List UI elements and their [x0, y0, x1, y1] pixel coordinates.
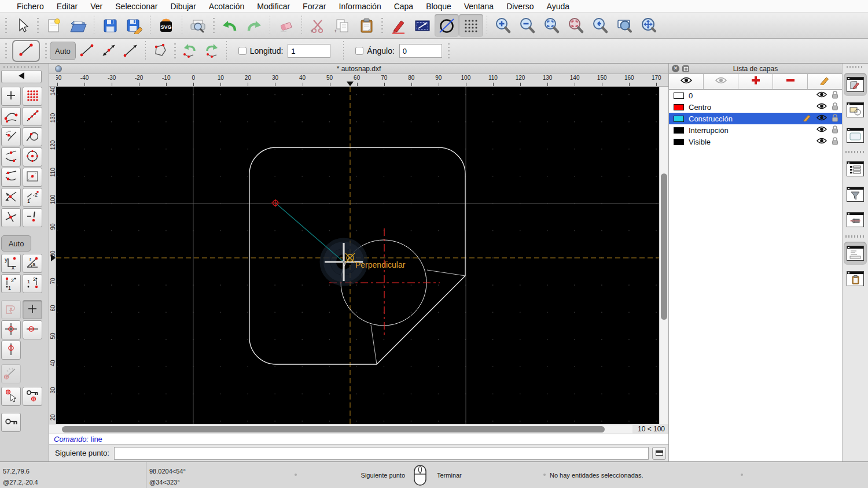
eye-icon[interactable]: [816, 102, 827, 112]
show-all-layers-button[interactable]: [669, 74, 704, 89]
hide-all-layers-button[interactable]: [704, 74, 738, 89]
close-icon[interactable]: ✕: [672, 65, 679, 72]
restrict-horizontal-button[interactable]: [23, 320, 42, 339]
toolbar-grip[interactable]: [448, 43, 450, 58]
lock-icon[interactable]: [832, 125, 838, 135]
menu-diverso[interactable]: Diverso: [500, 2, 540, 11]
lock-icon[interactable]: [832, 102, 838, 112]
layers-panel-titlebar[interactable]: ✕ Lista de capas: [669, 64, 842, 74]
current-tool-line-button[interactable]: [12, 40, 40, 62]
toggle-block-list-button[interactable]: [844, 98, 867, 121]
dock-grip[interactable]: [847, 66, 864, 68]
layer-row-0[interactable]: 0: [669, 90, 842, 101]
angle-restriction-button[interactable]: [1, 364, 21, 383]
toggle-script-shell-button[interactable]: [844, 208, 867, 231]
snap-intersection-manual-button[interactable]: 12: [23, 188, 42, 207]
menu-fichero[interactable]: Fichero: [10, 2, 50, 11]
new-drawing-button[interactable]: [42, 14, 66, 37]
toggle-property-editor-button[interactable]: [844, 157, 867, 180]
paste-button[interactable]: [354, 14, 378, 37]
command-input[interactable]: [114, 447, 649, 460]
snap-tangential-button[interactable]: [23, 127, 42, 146]
zoom-in-button[interactable]: [491, 14, 515, 37]
menu-informacion[interactable]: Información: [333, 2, 388, 11]
drawing-window-titlebar[interactable]: * autosnap.dxf: [49, 64, 668, 74]
toggle-command-line-button[interactable]: [844, 242, 867, 265]
zoom-selection-button[interactable]: [564, 14, 588, 37]
menu-ayuda[interactable]: Ayuda: [540, 2, 576, 11]
restrict-vertical-button[interactable]: [1, 341, 21, 360]
polyline-button[interactable]: [149, 40, 171, 61]
snap-middle-button[interactable]: [1, 147, 21, 167]
relative-cartesian-button[interactable]: 21: [1, 274, 21, 293]
menu-ventana[interactable]: Ventana: [458, 2, 500, 11]
toolbar-grip[interactable]: [381, 18, 383, 33]
toolbar-grip[interactable]: [213, 18, 215, 33]
menu-forzar[interactable]: Forzar: [296, 2, 332, 11]
menu-bloque[interactable]: Bloque: [420, 2, 458, 11]
construction-mode-toggle[interactable]: [435, 14, 459, 37]
layer-row-visible[interactable]: Visible: [669, 136, 842, 147]
lock-icon[interactable]: [832, 136, 838, 147]
toggle-selection-filter-button[interactable]: [844, 183, 867, 206]
lock-icon[interactable]: [832, 90, 838, 101]
angle-input[interactable]: [399, 44, 442, 58]
restrict-off-button[interactable]: [23, 300, 42, 319]
angle-checkbox[interactable]: [355, 47, 363, 55]
toggle-library-browser-button[interactable]: [844, 124, 867, 147]
horizontal-scrollbar[interactable]: [49, 425, 632, 434]
save-button[interactable]: [98, 14, 122, 37]
dock-grip[interactable]: [3, 66, 39, 68]
zoom-auto-button[interactable]: [539, 14, 564, 37]
snap-distance-button[interactable]: [1, 168, 21, 187]
toolbar-grip[interactable]: [37, 18, 39, 33]
menu-seleccionar[interactable]: Seleccionar: [109, 2, 164, 11]
detach-panel-icon[interactable]: [682, 65, 689, 72]
snap-center-button[interactable]: [23, 147, 42, 167]
cut-button[interactable]: +: [306, 14, 330, 37]
print-preview-button[interactable]: [186, 14, 210, 37]
attributes-pen-button[interactable]: [386, 14, 410, 37]
toolbar-grip[interactable]: [5, 18, 7, 33]
snap-perpendicular-button[interactable]: [1, 127, 21, 146]
snap-info-button[interactable]: [23, 208, 42, 227]
layer-row-centro[interactable]: Centro: [669, 101, 842, 113]
remove-layer-button[interactable]: [773, 74, 808, 89]
line-both-directions-button[interactable]: [98, 40, 120, 61]
undo-button[interactable]: [218, 14, 242, 37]
snap-on-entity-button[interactable]: [23, 107, 42, 126]
eye-icon[interactable]: [816, 114, 827, 123]
dimension-snap-button[interactable]: [1, 300, 21, 319]
command-panel-toggle-button[interactable]: [652, 447, 666, 460]
snap-intersection-button[interactable]: [1, 188, 21, 207]
line-ray-button[interactable]: [120, 40, 142, 61]
save-as-button[interactable]: [122, 14, 146, 37]
zoom-window-button[interactable]: [612, 14, 637, 37]
vertical-scrollbar[interactable]: [659, 87, 668, 424]
eye-icon[interactable]: [816, 91, 827, 100]
set-relative-zero-button[interactable]: [1, 387, 21, 406]
undo-segment-button[interactable]: [179, 40, 201, 61]
snap-endpoints-button[interactable]: [1, 107, 21, 126]
zoom-pan-button[interactable]: [637, 14, 661, 37]
eye-icon[interactable]: [816, 125, 827, 135]
open-drawing-button[interactable]: [66, 14, 90, 37]
snap-free-button[interactable]: [1, 87, 21, 106]
horizontal-scrollbar-thumb[interactable]: [62, 426, 605, 432]
svg-export-button[interactable]: SVG: [154, 14, 178, 37]
zoom-previous-button[interactable]: [588, 14, 612, 37]
selection-attributes-button[interactable]: [410, 14, 435, 37]
lock-icon[interactable]: [832, 113, 838, 124]
menu-capa[interactable]: Capa: [388, 2, 420, 11]
add-layer-button[interactable]: [738, 74, 773, 89]
edit-layer-button[interactable]: [808, 74, 842, 89]
menu-ver[interactable]: Ver: [84, 2, 109, 11]
menu-modificar[interactable]: Modificar: [251, 2, 296, 11]
unlock-relative-zero-button[interactable]: [1, 413, 21, 432]
toolbar-grip[interactable]: [45, 43, 47, 58]
relative-polar-button[interactable]: 21: [23, 274, 42, 293]
snap-reference-button[interactable]: [23, 168, 42, 187]
lock-relative-zero-button[interactable]: [23, 387, 42, 406]
menu-dibujar[interactable]: Dibujar: [164, 2, 202, 11]
layer-row-construccion[interactable]: Construcción: [669, 113, 842, 124]
